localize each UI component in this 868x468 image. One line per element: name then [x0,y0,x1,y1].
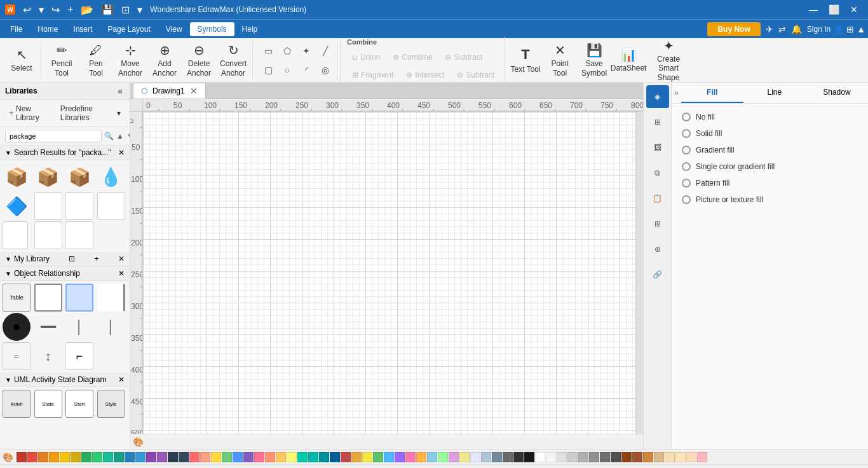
pattern-fill-option[interactable]: Pattern fill [677,175,863,191]
link-panel-button[interactable]: 🔗 [646,263,669,286]
expand-icon[interactable]: ⊡ [69,254,75,263]
color-swatch[interactable] [308,452,318,462]
grid-panel-button[interactable]: ⊞ [646,111,669,134]
close-my-library-button[interactable]: ✕ [118,254,125,263]
close-tab-button[interactable]: ✕ [190,86,198,96]
list-item[interactable] [97,192,125,220]
color-swatch[interactable] [222,452,232,462]
color-swatch[interactable] [416,452,426,462]
drawing1-tab[interactable]: ⬡ Drawing1 ✕ [133,83,206,99]
list-item[interactable] [97,284,125,312]
color-swatch[interactable] [621,452,632,462]
image-panel-button[interactable]: 🖼 [646,136,669,159]
send-icon[interactable]: ✈ [766,24,773,34]
close-obj-rel-button[interactable]: ✕ [118,269,125,278]
uml-activity-header[interactable]: ▼ UML Activity State Diagram ✕ [0,373,130,387]
color-swatch[interactable] [675,452,686,462]
color-swatch[interactable] [135,452,146,462]
shadow-tab[interactable]: Shadow [806,83,868,103]
menu-insert[interactable]: Insert [65,22,100,36]
no-fill-option[interactable]: No fill [677,109,863,125]
more-button[interactable]: ▾ [135,3,145,17]
add-library-button[interactable]: + [95,254,99,263]
spiral-tool[interactable]: ◎ [316,61,334,79]
color-swatch[interactable] [362,452,372,462]
app-grid-icon[interactable]: ⊞ [846,24,854,34]
list-item[interactable]: 📦 [65,163,93,191]
color-swatch[interactable] [438,452,448,462]
color-swatch[interactable] [449,452,459,462]
color-swatch[interactable] [125,452,135,462]
share-button[interactable]: ⊡ [119,3,132,17]
color-swatch[interactable] [60,452,70,462]
list-item[interactable] [34,284,62,312]
color-swatch[interactable] [557,452,567,462]
rect-tool[interactable]: ▭ [259,42,277,60]
color-swatch[interactable] [513,452,524,462]
list-item[interactable]: Activit [3,390,31,418]
notes-panel-button[interactable]: 📋 [646,187,669,210]
menu-symbols[interactable]: Symbols [190,22,234,36]
color-swatch[interactable] [567,452,578,462]
list-item[interactable]: 💧 [97,163,125,191]
color-swatch[interactable] [254,452,264,462]
color-swatch[interactable] [524,452,534,462]
share-icon[interactable]: ⇄ [778,24,786,34]
list-item[interactable]: ⌐ [65,342,93,370]
solid-fill-option[interactable]: Solid fill [677,125,863,142]
color-swatch[interactable] [405,452,416,462]
color-swatch[interactable] [600,452,610,462]
sign-in-button[interactable]: Sign In [807,25,831,34]
datasheet-tool[interactable]: 📊 DataSheet [612,41,645,79]
color-swatch[interactable] [492,452,502,462]
collapse-icon[interactable]: ▲ [857,24,865,34]
color-swatch[interactable] [211,452,221,462]
menu-help[interactable]: Help [234,22,266,36]
select-tool[interactable]: ↖ Select [5,41,38,79]
color-swatch[interactable] [92,452,102,462]
pencil-tool[interactable]: ✏ PencilTool [45,41,78,79]
color-swatch[interactable] [319,452,329,462]
color-swatch[interactable] [643,452,653,462]
list-item[interactable] [3,221,28,249]
color-swatch[interactable] [384,452,394,462]
list-item[interactable] [65,284,93,312]
my-library-header[interactable]: ▼ My Library ⊡ + ✕ [0,252,130,266]
color-swatch[interactable] [341,452,351,462]
layers-panel-button[interactable]: ⧉ [646,162,669,184]
color-swatch[interactable] [611,452,621,462]
vertical-scrollbar[interactable] [635,112,643,434]
subtract2-button[interactable]: ⊘ Subtract [452,69,499,81]
add-anchor-tool[interactable]: ⊕ AddAnchor [148,41,181,79]
pen-tool[interactable]: 🖊 PenTool [79,41,112,79]
list-item[interactable]: Start [65,390,93,418]
color-swatch[interactable] [459,452,470,462]
list-item[interactable]: ● [3,313,31,341]
color-swatch[interactable] [71,452,81,462]
square-tool[interactable]: ▢ [259,61,277,79]
subtract-button[interactable]: ⊖ Subtract [440,51,487,64]
list-item[interactable]: │ [65,313,93,341]
new-tab-button[interactable]: + [65,3,76,17]
open-button[interactable]: 📂 [78,3,96,17]
union-button[interactable]: ⊔ Union [347,51,385,64]
list-item[interactable] [65,192,93,220]
color-swatch[interactable] [686,452,696,462]
combine-button[interactable]: ⊕ Combine [388,51,437,64]
list-item[interactable]: 📦 [34,163,62,191]
color-swatch[interactable] [481,452,491,462]
color-swatch[interactable] [265,452,275,462]
fill-panel-button[interactable]: ◈ [646,85,669,108]
connect-panel-button[interactable]: ⊛ [646,238,669,261]
search-icon[interactable]: 🔍 [104,132,114,141]
list-item[interactable]: ↕ [34,342,62,370]
color-swatch[interactable] [114,452,124,462]
fill-tab[interactable]: Fill [681,83,743,103]
table-panel-button[interactable]: ⊞ [646,212,669,235]
color-swatch[interactable] [233,452,243,462]
color-swatch[interactable] [395,452,405,462]
color-swatch[interactable] [546,452,556,462]
color-swatch[interactable] [578,452,588,462]
new-library-button[interactable]: + New Library [5,102,54,124]
color-swatch[interactable] [38,452,48,462]
